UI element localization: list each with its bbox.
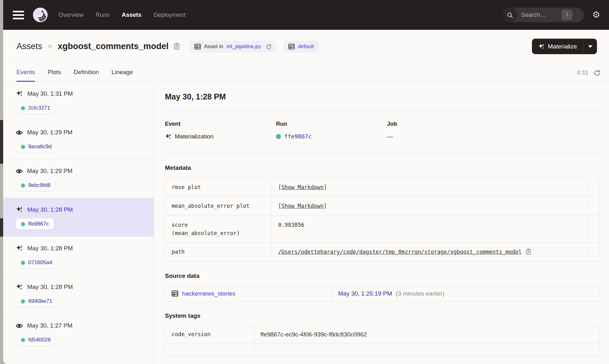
event-timestamp: May 30, 1:28 PM [27, 284, 73, 291]
event-timestamp: May 30, 1:28 PM [27, 206, 73, 213]
run-id-link[interactable]: ffe9867c [284, 133, 312, 140]
code-location-link[interactable]: default [298, 43, 314, 50]
table-row: score (mean_absolute_error) 0.983856 [165, 216, 599, 243]
dagster-app-window: Overview Runs Assets Deployment / ⚙ Asse… [3, 0, 609, 364]
dagster-logo[interactable] [33, 8, 48, 22]
observation-icon [16, 168, 23, 174]
breadcrumb-assets-link[interactable]: Assets [16, 42, 42, 51]
source-data-heading: Source data [165, 272, 599, 279]
code-location-icon [288, 43, 295, 50]
run-badge[interactable]: 6940be71 [16, 296, 57, 307]
run-status-dot [21, 145, 25, 149]
materialization-icon [16, 284, 23, 291]
event-list-item-selected[interactable]: May 30, 1:28 PM ffe9867c [3, 198, 154, 237]
event-timestamp: May 30, 1:28 PM [27, 245, 73, 252]
run-badge[interactable]: ffe9867c [16, 218, 54, 230]
primary-nav: Overview Runs Assets Deployment [58, 11, 186, 18]
metadata-table: rmse plot [Show Markdown] mean_absolute_… [165, 178, 599, 262]
run-id-link[interactable]: 9aca6c9d [28, 144, 52, 150]
event-detail-pane: May 30, 1:28 PM Event Materialization Ru… [154, 82, 609, 364]
materialization-icon [16, 245, 23, 252]
path-link[interactable]: /Users/odetteharary/code/dagster/tmp_0mz… [278, 248, 522, 256]
source-timestamp-link[interactable]: May 30, 1:25:19 PM [338, 290, 392, 297]
search-input[interactable] [517, 11, 562, 18]
table-row: hackernews_stories [165, 286, 332, 301]
asset-table-icon [172, 290, 178, 297]
search-shortcut-badge: / [562, 10, 573, 20]
refresh-icon[interactable] [593, 69, 600, 76]
event-list-item[interactable]: May 30, 1:29 PM 9aca6c9d [3, 121, 154, 159]
tab-definition[interactable]: Definition [74, 69, 99, 82]
run-column: Run ffe9867c [276, 121, 387, 140]
event-list-item[interactable]: May 30, 1:27 PM fd540026 [3, 314, 154, 353]
gear-icon[interactable]: ⚙ [592, 10, 600, 19]
run-status-dot [21, 183, 25, 188]
run-column-label: Run [276, 121, 387, 127]
event-list-item[interactable]: May 30, 1:28 PM 6940be71 [3, 275, 154, 314]
global-search[interactable]: / [503, 8, 584, 22]
show-markdown-link[interactable]: Show Markdown [281, 203, 324, 209]
materialize-label: Materialize [548, 43, 577, 50]
reload-definition-icon[interactable] [265, 44, 271, 49]
run-id-link[interactable]: 9ebc9fd8 [28, 182, 50, 188]
run-id-link[interactable]: 2cfc3271 [28, 105, 50, 111]
event-list-sidebar: May 30, 1:31 PM 2cfc3271 May 30, 1:29 PM… [3, 82, 154, 364]
run-status-dot [276, 134, 281, 139]
job-column-label: Job [387, 121, 599, 127]
run-badge[interactable]: 9ebc9fd8 [16, 180, 56, 191]
materialize-split-button: Materialize [532, 39, 597, 54]
run-badge[interactable]: 071605a4 [16, 257, 57, 268]
bracket: ] [324, 203, 327, 209]
tag-value: ffe9867c-ec9c-4f06-939c-f8dc830c0962 [254, 326, 599, 343]
page-title: xgboost_comments_model [58, 42, 169, 51]
run-status-dot [21, 299, 25, 303]
tab-plots[interactable]: Plots [48, 69, 61, 82]
event-list-item[interactable]: May 30, 1:28 PM 071605a4 [3, 237, 154, 275]
run-id-link[interactable]: ffe9867c [28, 221, 49, 227]
code-location-badge: default [283, 41, 319, 53]
table-row [165, 343, 599, 356]
asset-tabs: Events Plots Definition Lineage 0:11 [3, 64, 609, 82]
event-list-item[interactable]: May 30, 1:31 PM 2cfc3271 [3, 82, 154, 121]
copy-asset-name-icon[interactable] [174, 43, 180, 50]
materialize-dropdown-button[interactable] [584, 39, 597, 54]
tab-lineage[interactable]: Lineage [112, 69, 133, 82]
source-asset-link[interactable]: hackernews_stories [182, 290, 235, 297]
run-badge[interactable]: 9aca6c9d [16, 141, 57, 152]
materialization-icon [16, 206, 23, 213]
asset-definition-file-link[interactable]: ml_pipeline.py [226, 43, 261, 50]
materialize-button[interactable]: Materialize [532, 39, 583, 54]
run-badge[interactable]: 2cfc3271 [16, 102, 55, 114]
run-id-link[interactable]: 071605a4 [28, 259, 52, 266]
event-detail-title: May 30, 1:28 PM [165, 92, 599, 101]
run-id-link[interactable]: fd540026 [28, 337, 51, 343]
nav-item-overview[interactable]: Overview [58, 11, 83, 18]
refresh-countdown: 0:11 [577, 69, 588, 76]
event-timestamp: May 30, 1:29 PM [27, 168, 73, 175]
nav-item-runs[interactable]: Runs [95, 11, 109, 18]
run-id-link[interactable]: 6940be71 [28, 298, 52, 304]
event-timestamp: May 30, 1:29 PM [27, 129, 73, 136]
metadata-key: score (mean_absolute_error) [165, 216, 272, 243]
event-list-item[interactable]: May 30, 1:29 PM 9ebc9fd8 [3, 159, 154, 198]
event-type-value: Materialization [175, 133, 214, 140]
job-column: Job — [387, 121, 599, 140]
background-window-edge [0, 0, 3, 364]
show-markdown-link[interactable]: Show Markdown [281, 184, 324, 190]
metadata-value: 0.983856 [272, 216, 587, 243]
materialize-sparkle-icon [538, 43, 545, 50]
copy-path-icon[interactable] [526, 248, 531, 255]
run-status-dot [21, 106, 25, 110]
nav-item-assets[interactable]: Assets [122, 11, 141, 18]
breadcrumb-separator: > [48, 42, 52, 51]
materialization-icon [16, 90, 23, 97]
tab-events[interactable]: Events [16, 69, 35, 82]
table-row: code_version ffe9867c-ec9c-4f06-939c-f8d… [165, 326, 599, 343]
job-value: — [387, 133, 393, 140]
hamburger-menu-icon[interactable] [13, 11, 24, 19]
run-badge[interactable]: fd540026 [16, 334, 56, 346]
metadata-heading: Metadata [165, 164, 599, 171]
bracket: ] [324, 184, 327, 190]
nav-item-deployment[interactable]: Deployment [154, 11, 186, 18]
system-tags-heading: System tags [165, 312, 599, 319]
